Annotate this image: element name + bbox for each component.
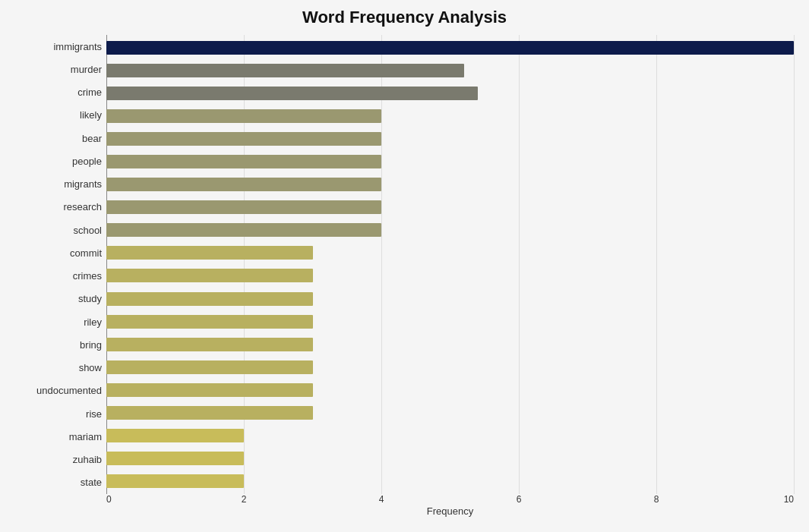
bar-row xyxy=(106,222,794,238)
bar-row xyxy=(106,62,794,79)
bar xyxy=(106,338,313,351)
bar xyxy=(106,383,313,397)
x-tick: 0 xyxy=(106,494,112,505)
bar xyxy=(106,406,313,420)
y-label: commit xyxy=(70,244,102,261)
y-label: mariam xyxy=(69,428,102,445)
bar xyxy=(106,452,244,465)
y-label: immigrants xyxy=(53,38,102,55)
bar xyxy=(106,246,313,260)
bar-row xyxy=(106,199,794,216)
bar-row xyxy=(106,427,794,444)
y-axis-labels: immigrantsmurdercrimelikelybearpeoplemig… xyxy=(15,35,106,517)
bar-row xyxy=(106,336,794,353)
y-label: study xyxy=(78,291,102,307)
bar xyxy=(106,292,313,306)
y-label: bear xyxy=(82,130,102,146)
y-label: likely xyxy=(80,107,102,124)
bar xyxy=(106,109,381,123)
bar xyxy=(106,178,381,191)
y-label: migrants xyxy=(64,176,102,193)
bar xyxy=(106,41,794,55)
bar-row xyxy=(106,450,794,467)
bar xyxy=(106,315,313,329)
bar-row xyxy=(106,359,794,376)
bar xyxy=(106,360,313,374)
x-tick: 8 xyxy=(654,494,659,505)
y-label: state xyxy=(81,474,102,491)
bar-row xyxy=(106,85,794,102)
y-label: undocumented xyxy=(36,382,102,399)
bar-row xyxy=(106,131,794,147)
x-ticks-row: 0246810 xyxy=(106,494,794,504)
y-label: research xyxy=(63,199,102,216)
x-tick: 2 xyxy=(242,494,247,505)
chart-container: Word Frequency Analysis immigrantsmurder… xyxy=(0,0,809,532)
chart-title: Word Frequency Analysis xyxy=(302,8,507,27)
bar-row xyxy=(106,382,794,398)
y-label: show xyxy=(79,360,102,376)
bar-row xyxy=(106,473,794,490)
bar xyxy=(106,200,381,214)
bars-rows xyxy=(106,35,794,494)
y-label: zuhaib xyxy=(73,452,102,468)
bar-row xyxy=(106,267,794,284)
grid-line xyxy=(794,35,795,494)
bars-area xyxy=(106,35,794,494)
y-label: rise xyxy=(86,405,102,422)
x-axis: 0246810 Frequency xyxy=(106,494,794,517)
bar xyxy=(106,132,381,146)
bar xyxy=(106,155,381,168)
bar-row xyxy=(106,313,794,330)
y-label: bring xyxy=(80,336,102,353)
bar xyxy=(106,474,244,488)
y-label: school xyxy=(73,222,102,238)
bar xyxy=(106,269,313,282)
bar xyxy=(106,64,464,77)
x-tick: 6 xyxy=(517,494,522,505)
x-axis-label: Frequency xyxy=(106,505,794,517)
y-label: crimes xyxy=(73,268,102,285)
x-tick: 4 xyxy=(379,494,384,505)
y-label: riley xyxy=(84,313,102,330)
bar-row xyxy=(106,153,794,170)
bar-row xyxy=(106,244,794,261)
bar-row xyxy=(106,108,794,124)
bar xyxy=(106,223,381,237)
chart-area: immigrantsmurdercrimelikelybearpeoplemig… xyxy=(15,35,794,517)
bar-row xyxy=(106,405,794,421)
bars-and-xaxis: 0246810 Frequency xyxy=(106,35,794,517)
bar xyxy=(106,429,244,442)
y-label: murder xyxy=(71,61,102,77)
x-tick: 10 xyxy=(784,494,794,505)
bar xyxy=(106,87,478,100)
y-label: people xyxy=(72,153,102,169)
bar-row xyxy=(106,39,794,56)
y-label: crime xyxy=(77,84,102,101)
bar-row xyxy=(106,176,794,193)
bar-row xyxy=(106,291,794,307)
